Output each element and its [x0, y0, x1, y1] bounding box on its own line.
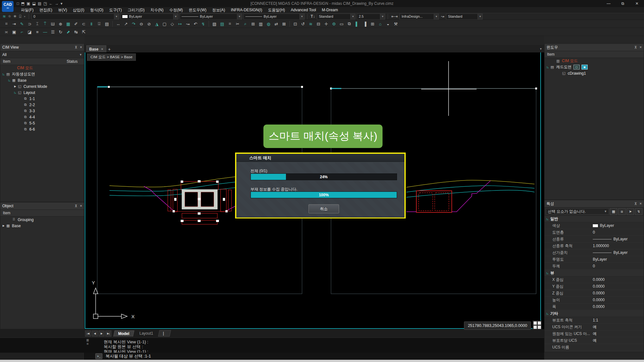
cad-tool-icon[interactable]: ✛ — [322, 21, 330, 27]
cim-tree-item-5-5[interactable]: ⧉5-5 — [0, 120, 84, 126]
chevron-down-icon[interactable]: ▼ — [173, 14, 178, 19]
collapse-icon[interactable]: ◺ — [13, 91, 17, 94]
cim-tree-item-6-6[interactable]: ⧉6-6 — [0, 126, 84, 132]
open-folder-icon[interactable]: ⬒ — [21, 1, 24, 6]
pin-icon[interactable]: ⊼ — [75, 204, 77, 208]
property-row[interactable]: 색상ByLayer — [545, 222, 644, 229]
menu-item-4[interactable]: 형식(O) — [87, 7, 106, 13]
cad-tool-icon[interactable]: ⊞ — [369, 21, 376, 27]
cad-tool-icon[interactable]: ▭ — [338, 21, 346, 27]
cad-tool-icon[interactable]: ▢ — [161, 21, 168, 27]
cad-tool-icon[interactable]: ⊖ — [137, 21, 145, 27]
tab-rename-cursor[interactable]: | — [158, 330, 171, 337]
cad-tool-icon[interactable]: ⍗ — [95, 21, 103, 27]
cad-tool-icon[interactable]: ▤ — [218, 21, 226, 27]
property-row[interactable]: 폭0.0000 — [545, 303, 644, 310]
cancel-button[interactable]: 취소 — [308, 204, 339, 213]
cad-tool-icon[interactable]: ⇄ — [272, 21, 280, 27]
cim-tree-item-1-1[interactable]: ⧉1-1 — [0, 96, 84, 102]
cad-tool-icon[interactable]: ↯ — [199, 21, 207, 27]
cad-tool-icon[interactable]: ✐ — [72, 21, 80, 27]
property-row[interactable]: 도면층0 — [545, 229, 644, 236]
collapse-icon[interactable]: ◺ — [545, 312, 550, 315]
save-as-icon[interactable]: ⬓ — [32, 1, 36, 6]
cim-view-filter[interactable]: All ▼ — [0, 51, 84, 58]
cad-tool-icon[interactable]: ◒ — [384, 21, 392, 27]
cad-tool-icon[interactable]: ↺ — [299, 21, 307, 27]
object-tree-item-base[interactable]: ▶▩Base — [0, 223, 84, 229]
redo-icon[interactable]: → — [55, 1, 59, 6]
tab-model[interactable]: Model — [113, 330, 134, 337]
cad-tool-icon[interactable]: Ⅱ — [88, 21, 95, 27]
menu-item-3[interactable]: 삽입(I) — [70, 7, 87, 13]
dim-style-icon[interactable]: ⇤⇥ — [391, 14, 398, 19]
close-icon[interactable]: × — [80, 204, 82, 208]
property-row[interactable]: X 중심0.0000 — [545, 276, 644, 283]
cad-tool-icon[interactable]: ▐ — [361, 21, 369, 27]
expand-icon[interactable]: ▶ — [2, 224, 5, 227]
cad-tool-icon[interactable]: ◮ — [153, 21, 161, 27]
cim-tree-item-3-3[interactable]: ⧉3-3 — [0, 108, 84, 114]
maximize-button[interactable]: ⧉ — [616, 0, 630, 7]
cad-tool-icon[interactable]: ▌ — [353, 21, 361, 27]
property-row[interactable]: 비주얼 스타일2D 와이어프레임 — [545, 351, 644, 352]
property-row[interactable]: 뷰포트당 UCS예 — [545, 337, 644, 344]
cad-tool-icon[interactable]: ▤ — [103, 21, 111, 27]
cim-tree-item-base[interactable]: ◺▦Base — [0, 77, 84, 83]
layer-color-icon[interactable]: ▫ — [24, 14, 26, 19]
pin-icon[interactable]: ⊼ — [634, 202, 637, 206]
cad-tool-icon[interactable]: — — [41, 29, 49, 35]
cad-tool-icon[interactable]: Ш — [49, 21, 57, 27]
cad-tool-icon[interactable]: ⌕ — [242, 21, 249, 27]
toolbar-overflow-icon[interactable]: ▾ — [61, 1, 62, 6]
property-row[interactable]: UCS 아이콘 켜기예 — [545, 324, 644, 330]
menu-item-11[interactable]: INFRA-DESIGN(I) — [228, 8, 265, 12]
menu-item-9[interactable]: 윈도우(W) — [186, 7, 209, 13]
cad-tool-icon[interactable]: ⊡ — [291, 21, 299, 27]
cad-tool-icon[interactable]: ⊘ — [145, 21, 153, 27]
cad-tool-icon[interactable]: ↝ — [184, 21, 192, 27]
cad-tool-icon[interactable]: ▦ — [64, 21, 72, 27]
property-row[interactable]: UCS 이름 — [545, 344, 644, 351]
tab-nav-button[interactable]: ◀ — [92, 330, 98, 337]
cad-tool-icon[interactable]: ▥ — [257, 21, 265, 27]
menu-item-0[interactable]: 파일(F) — [18, 7, 36, 13]
text-style-icon[interactable]: T↓ — [310, 14, 316, 19]
pin-icon[interactable]: ⊼ — [75, 45, 77, 50]
cim-tree-item-cim-[interactable]: CIM 모드 — [0, 65, 84, 71]
dim-style-combo[interactable]: InfraDesign... ▼ — [400, 14, 439, 20]
collapse-icon[interactable]: ◺ — [545, 218, 550, 220]
cad-tool-icon[interactable]: ⊟ — [315, 21, 322, 27]
quick-select-icon[interactable]: ▦ — [610, 208, 617, 215]
save-icon[interactable]: ▣ — [27, 1, 30, 6]
tab-nav-button[interactable]: ▶ — [99, 330, 105, 337]
cad-tool-icon[interactable]: ⊠ — [280, 21, 288, 27]
cad-tool-icon[interactable]: ⬈ — [64, 29, 72, 35]
menu-item-5[interactable]: 도구(T) — [106, 7, 125, 13]
text-height-combo[interactable]: 2.5 ▼ — [357, 14, 385, 20]
cim-tree-item--[interactable]: ◺▤자동생성도면 — [0, 71, 84, 77]
cad-tool-icon[interactable]: ↗ — [122, 21, 130, 27]
cad-tool-icon[interactable]: ⊃ — [26, 21, 33, 27]
object-tree-item-grouping[interactable]: ⠿Grouping — [0, 217, 84, 223]
chevron-down-icon[interactable]: ▼ — [79, 53, 82, 56]
chevron-down-icon[interactable]: ▼ — [478, 14, 482, 19]
tab-nav-button[interactable]: |◀ — [85, 330, 91, 337]
cad-tool-icon[interactable]: ↷ — [130, 21, 137, 27]
mleader-style-combo[interactable]: Standard ▼ — [446, 14, 483, 20]
cad-tool-icon[interactable]: ✎ — [18, 21, 26, 27]
menu-item-6[interactable]: 그리기(D) — [125, 7, 147, 13]
pickadd-toggle-icon[interactable]: ↯ — [635, 208, 642, 215]
property-row[interactable]: 선종류ByLayer — [545, 236, 644, 243]
cad-tool-icon[interactable]: ⌶ — [33, 21, 41, 27]
new-tab-button[interactable]: + — [106, 46, 113, 52]
property-row[interactable]: 투명도ByLayer — [545, 256, 644, 263]
grid-display-icon[interactable] — [533, 320, 542, 330]
tab-nav-button[interactable]: ▶| — [105, 330, 111, 337]
layer-combo[interactable]: 0 ▼ — [32, 14, 119, 20]
cad-tool-icon[interactable]: ↦ — [176, 21, 184, 27]
cad-tool-icon[interactable]: ⌗ — [226, 21, 234, 27]
cad-tool-icon[interactable]: ≡ — [33, 29, 41, 35]
color-combo[interactable]: ByLayer ▼ — [120, 14, 178, 20]
cad-tool-icon[interactable]: ⌗ — [3, 21, 10, 27]
